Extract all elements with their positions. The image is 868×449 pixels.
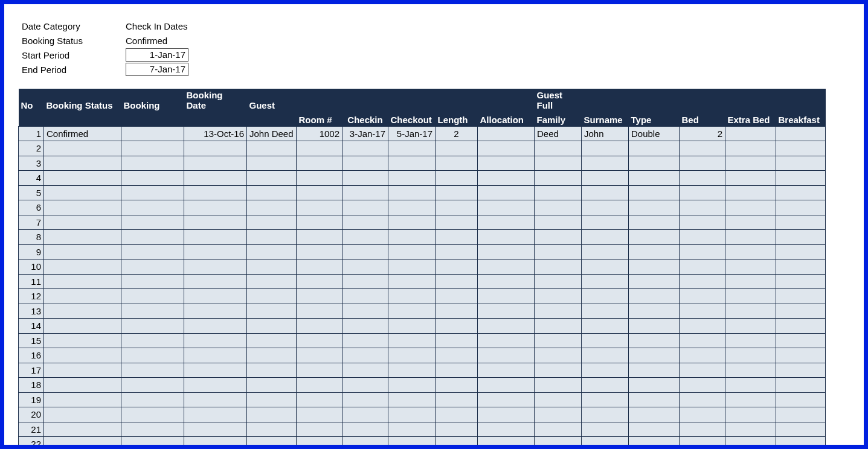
cell-bed[interactable] — [680, 244, 725, 260]
cell-checkout[interactable] — [388, 407, 436, 422]
cell-room[interactable] — [297, 437, 342, 450]
cell-bed[interactable] — [680, 333, 725, 348]
cell-booking_date[interactable] — [184, 230, 247, 245]
cell-booking[interactable] — [121, 363, 184, 378]
cell-booking[interactable] — [121, 126, 184, 141]
cell-bed[interactable]: 2 — [680, 126, 725, 141]
cell-checkin[interactable] — [342, 304, 388, 319]
cell-checkin[interactable] — [342, 274, 388, 289]
cell-family[interactable] — [535, 422, 582, 437]
cell-length[interactable] — [436, 156, 478, 171]
cell-bed[interactable] — [680, 156, 725, 171]
cell-room[interactable] — [297, 304, 342, 319]
cell-length[interactable] — [436, 422, 478, 437]
cell-booking_date[interactable] — [184, 333, 247, 348]
cell-surname[interactable] — [582, 437, 629, 450]
cell-length[interactable] — [436, 274, 478, 289]
cell-surname[interactable] — [582, 392, 629, 407]
cell-family[interactable] — [535, 141, 582, 156]
cell-booking_status[interactable] — [44, 141, 121, 156]
cell-guest[interactable] — [247, 289, 297, 304]
cell-surname[interactable] — [582, 289, 629, 304]
cell-checkout[interactable] — [388, 156, 436, 171]
cell-allocation[interactable] — [478, 378, 535, 393]
cell-surname[interactable] — [582, 260, 629, 275]
cell-bed[interactable] — [680, 274, 725, 289]
cell-breakfast[interactable] — [776, 244, 826, 260]
cell-no[interactable]: 12 — [19, 289, 44, 304]
cell-booking[interactable] — [121, 392, 184, 407]
cell-room[interactable] — [297, 392, 342, 407]
cell-booking_date[interactable] — [184, 304, 247, 319]
cell-checkout[interactable] — [388, 289, 436, 304]
cell-family[interactable] — [535, 200, 582, 215]
cell-breakfast[interactable] — [776, 348, 826, 363]
cell-room[interactable] — [297, 333, 342, 348]
cell-family[interactable] — [535, 319, 582, 334]
cell-guest[interactable] — [247, 304, 297, 319]
cell-no[interactable]: 7 — [19, 215, 44, 230]
cell-no[interactable]: 1 — [19, 126, 44, 141]
cell-length[interactable] — [436, 304, 478, 319]
cell-checkin[interactable] — [342, 407, 388, 422]
cell-booking_date[interactable] — [184, 363, 247, 378]
cell-surname[interactable] — [582, 304, 629, 319]
cell-checkin[interactable] — [342, 260, 388, 275]
cell-no[interactable]: 22 — [19, 437, 44, 450]
cell-type[interactable] — [629, 422, 680, 437]
cell-booking_status[interactable]: Confirmed — [44, 126, 121, 141]
cell-allocation[interactable] — [478, 392, 535, 407]
cell-room[interactable] — [297, 156, 342, 171]
cell-type[interactable] — [629, 274, 680, 289]
cell-breakfast[interactable] — [776, 319, 826, 334]
cell-family[interactable] — [535, 171, 582, 186]
cell-no[interactable]: 13 — [19, 304, 44, 319]
cell-surname[interactable] — [582, 422, 629, 437]
cell-allocation[interactable] — [478, 156, 535, 171]
cell-guest[interactable] — [247, 407, 297, 422]
cell-room[interactable] — [297, 407, 342, 422]
cell-guest[interactable] — [247, 200, 297, 215]
cell-checkin[interactable] — [342, 141, 388, 156]
cell-allocation[interactable] — [478, 348, 535, 363]
cell-no[interactable]: 6 — [19, 200, 44, 215]
cell-checkout[interactable] — [388, 304, 436, 319]
cell-booking_status[interactable] — [44, 333, 121, 348]
cell-family[interactable] — [535, 244, 582, 260]
cell-room[interactable] — [297, 230, 342, 245]
cell-booking_status[interactable] — [44, 215, 121, 230]
cell-checkin[interactable] — [342, 319, 388, 334]
cell-allocation[interactable] — [478, 200, 535, 215]
cell-extra_bed[interactable] — [725, 200, 776, 215]
cell-booking_date[interactable] — [184, 244, 247, 260]
cell-booking_status[interactable] — [44, 244, 121, 260]
cell-checkin[interactable] — [342, 333, 388, 348]
cell-allocation[interactable] — [478, 141, 535, 156]
cell-length[interactable] — [436, 230, 478, 245]
cell-allocation[interactable] — [478, 126, 535, 141]
cell-checkin[interactable] — [342, 230, 388, 245]
cell-surname[interactable] — [582, 156, 629, 171]
cell-bed[interactable] — [680, 363, 725, 378]
cell-no[interactable]: 18 — [19, 378, 44, 393]
cell-extra_bed[interactable] — [725, 392, 776, 407]
cell-family[interactable] — [535, 304, 582, 319]
cell-booking_status[interactable] — [44, 185, 121, 200]
cell-allocation[interactable] — [478, 407, 535, 422]
cell-bed[interactable] — [680, 304, 725, 319]
end-period-input[interactable]: 7-Jan-17 — [126, 63, 188, 76]
cell-bed[interactable] — [680, 348, 725, 363]
cell-type[interactable] — [629, 378, 680, 393]
cell-room[interactable] — [297, 422, 342, 437]
cell-extra_bed[interactable] — [725, 333, 776, 348]
cell-checkin[interactable] — [342, 244, 388, 260]
cell-allocation[interactable] — [478, 185, 535, 200]
cell-no[interactable]: 19 — [19, 392, 44, 407]
cell-booking_status[interactable] — [44, 156, 121, 171]
cell-bed[interactable] — [680, 141, 725, 156]
cell-bed[interactable] — [680, 215, 725, 230]
cell-allocation[interactable] — [478, 171, 535, 186]
cell-room[interactable] — [297, 319, 342, 334]
cell-type[interactable] — [629, 319, 680, 334]
cell-guest[interactable] — [247, 171, 297, 186]
